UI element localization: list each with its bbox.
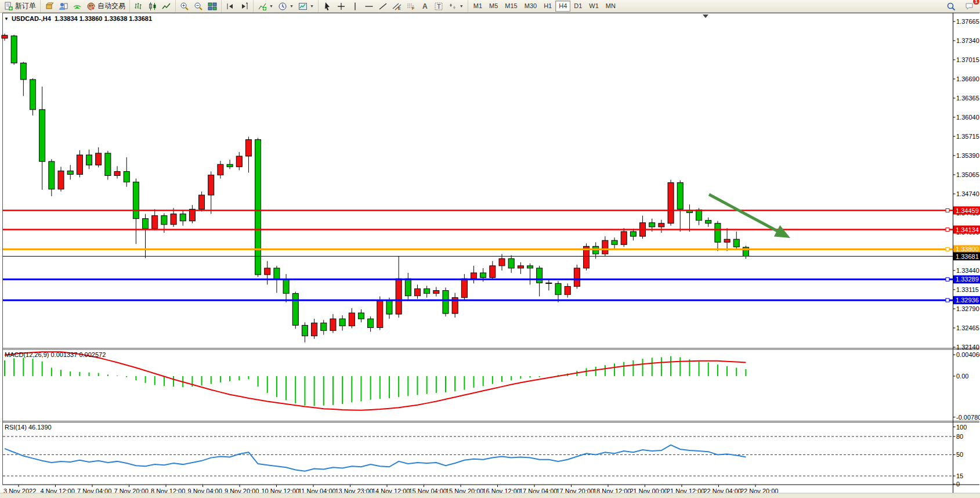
toolbar-group (130, 0, 176, 12)
market-watch-button[interactable] (56, 0, 70, 12)
toolbar-right-group: 1 (944, 0, 980, 12)
autotrading-button[interactable]: 自动交易 (84, 0, 128, 12)
template-icon (298, 2, 308, 11)
indicators-button[interactable]: ▼ (255, 0, 276, 12)
search-button[interactable] (944, 0, 958, 12)
chartshift-icon (240, 2, 249, 11)
macd-indicator-label: MACD(12,26,9) 0.001337 0.002572 (5, 351, 106, 358)
toolbox-button[interactable] (42, 0, 56, 12)
price-tick-label: 1.36365 (956, 95, 979, 102)
candle (105, 151, 111, 180)
text-tool-button[interactable]: A (418, 0, 432, 12)
timeframe-button-m5[interactable]: M5 (486, 1, 501, 12)
toolbar-group (222, 0, 254, 12)
candlestick-mode-button[interactable] (146, 0, 160, 12)
tile-windows-button[interactable] (205, 0, 219, 12)
rsi-axis-label: 80 (956, 433, 963, 440)
auto-scroll-button[interactable] (223, 0, 237, 12)
cursor-tool-button[interactable] (320, 0, 334, 12)
line-anchor[interactable] (946, 228, 949, 232)
crosshair-tool-button[interactable] (334, 0, 348, 12)
line-anchor[interactable] (946, 209, 949, 212)
window-bottom-edge (0, 493, 980, 498)
bar-chart-mode-button[interactable] (132, 0, 146, 12)
candle (584, 243, 590, 270)
chart-title-ohlc: 1.33834 1.33860 1.33638 1.33681 (55, 15, 152, 22)
line-anchor[interactable] (946, 298, 949, 302)
vertical-line-tool-button[interactable] (348, 0, 362, 12)
toolbar-group: EFAT▼ (319, 0, 468, 12)
chevron-down-icon[interactable]: ▼ (310, 4, 314, 8)
macd-axis-label: 0.00 (956, 373, 968, 380)
chevron-down-icon[interactable]: ▼ (460, 4, 464, 8)
timeframe-button-d1[interactable]: D1 (570, 1, 585, 12)
chart-title: ▼USDCAD-,H4 1.33834 1.33860 1.33638 1.33… (4, 15, 152, 22)
cursor-icon (323, 2, 332, 11)
price-tick-label: 1.36690 (956, 75, 979, 82)
price-tick-label: 1.36040 (956, 114, 979, 121)
textT-icon: T (434, 2, 443, 11)
candle (377, 297, 383, 330)
rsi-axis-label: 0 (956, 481, 960, 488)
price-tick-label: 1.33440 (956, 267, 979, 274)
timeframe-button-m1[interactable]: M1 (470, 1, 486, 12)
price-tick-label: 1.32140 (956, 344, 979, 351)
price-tick-label: 1.33115 (956, 286, 979, 293)
arrows-tool-button[interactable]: ▼ (446, 0, 466, 12)
price-tick-label: 1.35065 (956, 171, 979, 178)
price-tick-label: 1.35715 (956, 133, 979, 140)
line-anchor[interactable] (946, 277, 949, 281)
timeframe-button-m15[interactable]: M15 (501, 1, 520, 12)
shapes-icon (448, 2, 457, 11)
candles-icon (148, 2, 157, 11)
candle (443, 287, 449, 316)
price-tick-label: 1.32465 (956, 324, 979, 331)
rsi-axis-label: 100 (956, 424, 967, 431)
candle (292, 292, 298, 329)
chevron-down-icon[interactable]: ▼ (290, 4, 294, 8)
timeframe-button-h1[interactable]: H1 (540, 1, 555, 12)
chart-window[interactable]: 1.376651.373401.370151.366901.363651.360… (0, 13, 980, 498)
cube-icon (45, 2, 54, 11)
rsi-axis-label: 50 (956, 451, 963, 458)
line-chart-mode-button[interactable] (160, 0, 173, 12)
timeframe-button-w1[interactable]: W1 (585, 1, 602, 12)
person-icon (59, 2, 68, 11)
trendline-tool-button[interactable] (376, 0, 390, 12)
price-badge: 1.34459 (953, 207, 980, 215)
toolbar-group: 自动交易 (41, 0, 130, 12)
macd-axis-label: -0.007809 (956, 414, 980, 421)
fibonacci-tool-button[interactable]: F (404, 0, 418, 12)
timeframe-button-mn[interactable]: MN (602, 1, 619, 12)
vline-icon (350, 2, 360, 11)
toolbar-group (176, 0, 222, 12)
timeframe-button-h4[interactable]: H4 (555, 1, 570, 12)
horizontal-line-tool-button[interactable] (362, 0, 376, 12)
chat-button[interactable]: 1 (963, 0, 977, 12)
chart-canvas[interactable]: 1.376651.373401.370151.366901.363651.360… (0, 13, 980, 498)
zoomout-icon (194, 2, 203, 11)
indicator-icon (258, 2, 267, 11)
zoomin-icon (180, 2, 189, 11)
channel-icon: E (392, 2, 402, 11)
text-label-tool-button[interactable]: T (432, 0, 446, 12)
chevron-down-icon[interactable]: ▼ (269, 4, 273, 8)
signal-icon (73, 2, 82, 11)
templates-button[interactable]: ▼ (296, 0, 316, 12)
svg-text:1.33800: 1.33800 (956, 246, 979, 252)
chart-title-collapse-icon[interactable]: ▼ (4, 16, 9, 21)
trendline-icon (378, 2, 388, 11)
new-order-button[interactable]: 新订单 (2, 0, 38, 12)
price-tick-label: 1.37340 (956, 37, 979, 44)
periodicity-button[interactable]: ▼ (276, 0, 296, 12)
line-anchor[interactable] (946, 247, 949, 251)
rsi-axis-label: 15 (956, 472, 963, 479)
chart-shift-button[interactable] (237, 0, 251, 12)
zoom-in-button[interactable] (178, 0, 191, 12)
zoom-out-button[interactable] (191, 0, 205, 12)
equidistant-channel-tool-button[interactable]: E (390, 0, 404, 12)
signals-button[interactable] (70, 0, 84, 12)
doc-plus-icon (4, 2, 13, 11)
timeframe-button-m30[interactable]: M30 (521, 1, 540, 12)
autotrading-button-label: 自动交易 (97, 1, 125, 11)
